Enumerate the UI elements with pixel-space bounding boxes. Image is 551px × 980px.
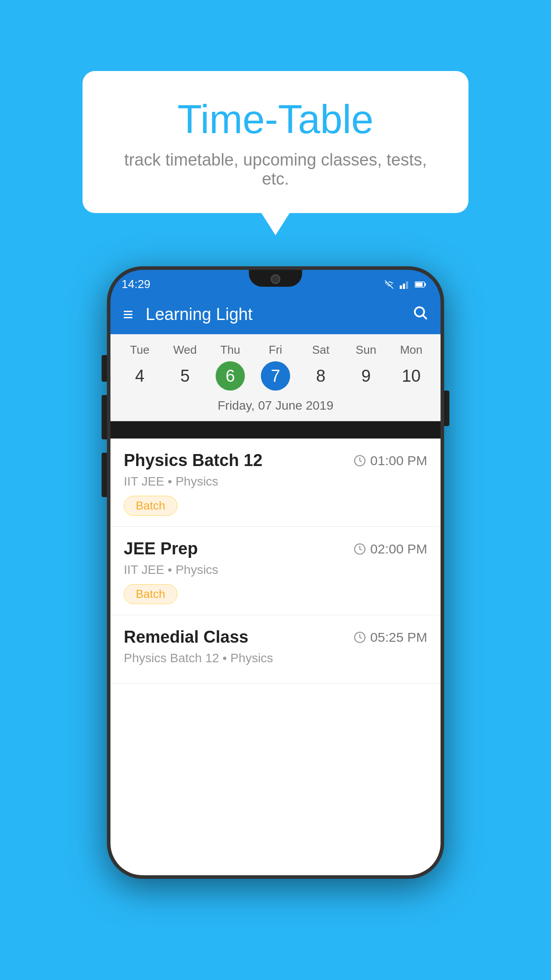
schedule-subtitle: Physics Batch 12 • Physics <box>124 651 427 665</box>
selected-date-label: Friday, 07 June 2019 <box>110 394 441 421</box>
search-button[interactable] <box>412 304 428 324</box>
day-label: Sat <box>312 343 329 357</box>
speech-bubble: Time-Table track timetable, upcoming cla… <box>83 71 468 213</box>
svg-rect-0 <box>400 285 402 289</box>
day-number: 5 <box>170 361 200 391</box>
day-column[interactable]: Tue4 <box>120 343 160 391</box>
schedule-title: Remedial Class <box>124 628 248 647</box>
batch-badge: Batch <box>124 496 177 516</box>
day-number: 6 <box>216 361 245 391</box>
day-number: 7 <box>261 361 290 391</box>
schedule-item[interactable]: JEE Prep02:00 PMIIT JEE • PhysicsBatch <box>110 527 441 615</box>
batch-badge: Batch <box>124 584 177 604</box>
calendar-section: Tue4Wed5Thu6Fri7Sat8Sun9Mon10 Friday, 07… <box>110 334 441 421</box>
svg-rect-4 <box>425 283 426 286</box>
day-column[interactable]: Thu6 <box>210 343 250 391</box>
status-time: 14:29 <box>122 277 150 291</box>
day-label: Sun <box>356 343 376 357</box>
bubble-title: Time-Table <box>109 98 442 142</box>
day-label: Fri <box>269 343 282 357</box>
app-title: Learning Light <box>146 305 412 324</box>
phone-mockup: 14:29 ≡ Learning Light <box>107 266 444 879</box>
day-label: Tue <box>130 343 150 357</box>
day-number: 9 <box>351 361 381 391</box>
schedule-title: Physics Batch 12 <box>124 451 263 470</box>
front-camera <box>271 274 280 284</box>
power-button <box>444 391 449 426</box>
schedule-time: 01:00 PM <box>354 453 427 468</box>
schedule-list: Physics Batch 1201:00 PMIIT JEE • Physic… <box>110 439 441 875</box>
svg-rect-5 <box>416 282 423 286</box>
day-number: 4 <box>125 361 154 391</box>
svg-rect-1 <box>403 284 405 289</box>
schedule-item[interactable]: Remedial Class05:25 PMPhysics Batch 12 •… <box>110 615 441 684</box>
clock-icon <box>354 454 366 467</box>
clock-icon <box>354 631 366 644</box>
wifi-icon <box>383 280 395 289</box>
volume-down-button <box>102 453 107 497</box>
schedule-item[interactable]: Physics Batch 1201:00 PMIIT JEE • Physic… <box>110 439 441 527</box>
phone-screen: 14:29 ≡ Learning Light <box>107 266 444 879</box>
day-number: 10 <box>397 361 426 391</box>
day-column[interactable]: Wed5 <box>165 343 205 391</box>
svg-line-7 <box>423 315 427 319</box>
svg-rect-2 <box>406 281 408 289</box>
volume-up-button <box>102 395 107 439</box>
day-column[interactable]: Sat8 <box>301 343 341 391</box>
status-icons <box>383 280 427 289</box>
day-label: Mon <box>400 343 423 357</box>
day-label: Thu <box>220 343 240 357</box>
day-label: Wed <box>173 343 197 357</box>
day-column[interactable]: Mon10 <box>391 343 431 391</box>
bubble-subtitle: track timetable, upcoming classes, tests… <box>109 150 442 189</box>
days-row: Tue4Wed5Thu6Fri7Sat8Sun9Mon10 <box>110 334 441 394</box>
phone-notch <box>249 270 302 287</box>
day-number: 8 <box>306 361 335 391</box>
battery-icon <box>415 280 427 289</box>
signal-icon <box>399 280 411 289</box>
day-column[interactable]: Sun9 <box>346 343 386 391</box>
app-bar: ≡ Learning Light <box>110 294 441 334</box>
schedule-subtitle: IIT JEE • Physics <box>124 474 427 489</box>
schedule-time: 05:25 PM <box>354 630 427 645</box>
svg-point-6 <box>415 307 424 316</box>
schedule-title: JEE Prep <box>124 539 198 558</box>
clock-icon <box>354 543 366 555</box>
hamburger-menu-icon[interactable]: ≡ <box>123 305 132 323</box>
day-column[interactable]: Fri7 <box>256 343 295 391</box>
schedule-time: 02:00 PM <box>354 541 427 557</box>
schedule-subtitle: IIT JEE • Physics <box>124 563 427 577</box>
volume-silent-button <box>102 355 107 382</box>
